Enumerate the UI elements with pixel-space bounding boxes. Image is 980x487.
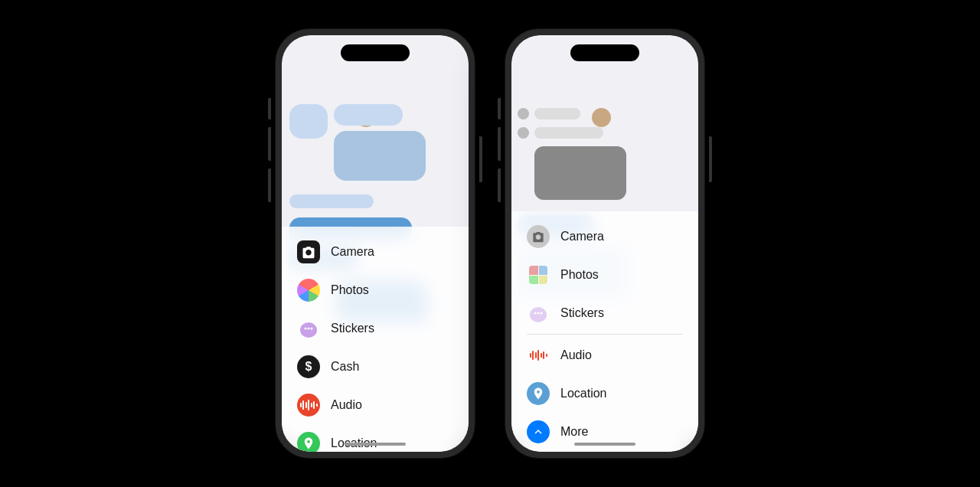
- grid-cell: [539, 276, 548, 285]
- left-menu-overlay: Camera Photos: [282, 227, 469, 452]
- audio-waves: [300, 400, 318, 410]
- menu-divider: [527, 334, 683, 335]
- right-menu-list: Camera Photos: [511, 211, 698, 452]
- camera-label: Camera: [331, 245, 374, 259]
- wave-bar: [302, 400, 304, 410]
- wave-bar: [537, 350, 539, 361]
- dynamic-island: [341, 44, 410, 61]
- svg-point-1: [305, 328, 307, 330]
- chat-bubble: [334, 131, 426, 181]
- cash-icon: $: [297, 355, 320, 378]
- right-phone-screen: Camera Photos: [511, 35, 698, 452]
- audio-label: Audio: [560, 348, 592, 362]
- image-bubble: [534, 146, 626, 200]
- chat-bubble: [289, 104, 328, 139]
- camera-label: Camera: [560, 230, 604, 244]
- volume-down-button: [498, 168, 501, 202]
- menu-item-audio[interactable]: Audio: [282, 386, 469, 424]
- more-label: More: [560, 425, 588, 439]
- wave-bar: [316, 404, 318, 407]
- menu-item-cash[interactable]: $ Cash: [282, 348, 469, 386]
- volume-up-button: [498, 127, 501, 161]
- location-label: Location: [560, 387, 607, 400]
- wave-bar: [546, 354, 547, 357]
- stickers-icon: [297, 317, 320, 340]
- wave-bar: [543, 351, 544, 359]
- svg-point-0: [300, 322, 317, 338]
- grid-cell: [539, 266, 548, 275]
- chat-bubble: [289, 194, 374, 208]
- menu-item-location[interactable]: Location: [282, 424, 469, 452]
- audio-icon: [527, 344, 550, 367]
- wave-bar: [530, 353, 531, 358]
- right-menu-overlay: Camera Photos: [511, 211, 698, 452]
- location-icon: [527, 382, 550, 405]
- wave-bar: [308, 400, 309, 410]
- wave-bar: [532, 351, 534, 360]
- home-indicator: [574, 443, 635, 446]
- menu-item-stickers[interactable]: Stickers: [511, 294, 698, 332]
- right-phone: Camera Photos: [505, 29, 704, 458]
- svg-point-6: [537, 312, 540, 315]
- wave-bar: [313, 401, 315, 409]
- audio-icon: [297, 394, 320, 417]
- wave-bar: [541, 353, 542, 358]
- stickers-icon: [527, 302, 550, 325]
- photos-icon: [297, 279, 320, 302]
- photos-grid: [529, 266, 547, 284]
- camera-icon: [297, 240, 320, 263]
- left-menu-list: Camera Photos: [282, 227, 469, 452]
- left-phone-frame: Camera Photos: [276, 29, 475, 458]
- mute-button: [498, 98, 501, 119]
- location-icon: [297, 432, 320, 452]
- photos-label: Photos: [331, 283, 369, 297]
- grid-cell: [529, 266, 538, 275]
- cash-label: Cash: [331, 360, 359, 374]
- chat-bubble: [534, 108, 580, 119]
- left-phone: Camera Photos: [276, 29, 475, 458]
- menu-item-stickers[interactable]: Stickers: [282, 309, 469, 348]
- chat-bubble: [534, 127, 603, 139]
- more-icon: [527, 420, 550, 443]
- menu-item-camera[interactable]: Camera: [282, 233, 469, 271]
- power-button: [479, 136, 482, 182]
- audio-label: Audio: [331, 398, 362, 412]
- volume-down-button: [268, 168, 271, 202]
- stickers-label: Stickers: [560, 306, 604, 320]
- photos-icon: [527, 263, 550, 286]
- chat-bubble: [518, 127, 529, 139]
- svg-point-4: [530, 307, 547, 322]
- chat-bubble: [334, 104, 403, 126]
- audio-waves: [530, 350, 547, 361]
- wave-bar: [300, 403, 302, 407]
- wave-bar: [311, 403, 312, 407]
- svg-point-5: [534, 312, 537, 315]
- svg-point-3: [311, 328, 313, 330]
- avatar: [592, 108, 611, 127]
- left-phone-screen: Camera Photos: [282, 35, 469, 452]
- svg-point-2: [308, 328, 310, 330]
- stickers-label: Stickers: [331, 322, 374, 335]
- photos-label: Photos: [560, 268, 599, 282]
- chat-bubble: [518, 108, 529, 119]
- right-phone-frame: Camera Photos: [505, 29, 704, 458]
- mute-button: [268, 98, 271, 119]
- menu-item-location[interactable]: Location: [511, 374, 698, 413]
- wave-bar: [305, 402, 307, 408]
- menu-item-camera[interactable]: Camera: [511, 217, 698, 256]
- volume-up-button: [268, 127, 271, 161]
- power-button: [709, 136, 712, 182]
- svg-point-7: [541, 312, 543, 315]
- home-indicator: [345, 443, 406, 446]
- grid-cell: [529, 276, 538, 285]
- dynamic-island: [570, 44, 639, 61]
- menu-item-audio[interactable]: Audio: [511, 336, 698, 374]
- menu-item-photos[interactable]: Photos: [511, 256, 698, 294]
- menu-item-photos[interactable]: Photos: [282, 271, 469, 309]
- wave-bar: [535, 352, 537, 358]
- camera-icon: [527, 225, 550, 248]
